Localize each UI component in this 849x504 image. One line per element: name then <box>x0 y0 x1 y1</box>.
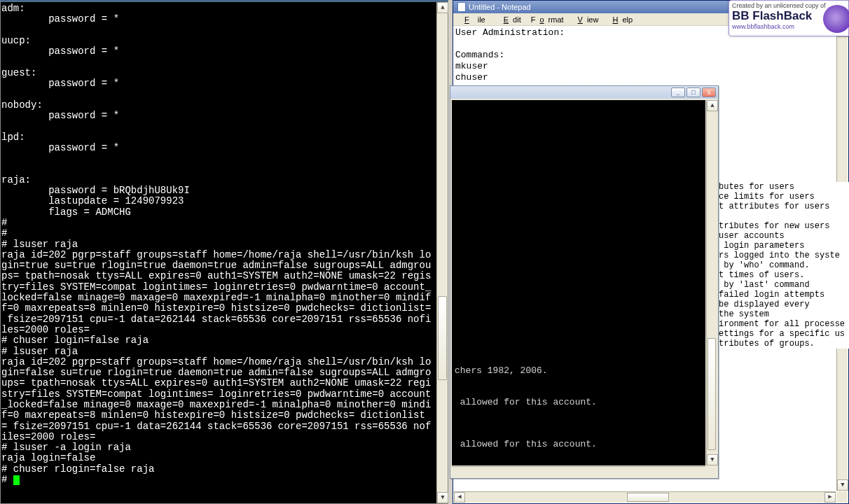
terminal-secondary[interactable]: _ □ X chers 1982, 2006. allowed for this… <box>450 85 719 479</box>
notepad-resize-grip[interactable] <box>836 491 848 503</box>
terminal-secondary-output: chers 1982, 2006. allowed for this accou… <box>452 100 705 465</box>
menu-file[interactable]: File <box>456 15 494 24</box>
minimize-button[interactable]: _ <box>671 88 685 97</box>
scroll-thumb[interactable] <box>708 338 716 450</box>
terminal-main-text: adm: password = * uucp: password = * gue… <box>1 3 431 485</box>
scroll-right-icon[interactable]: ▶ <box>824 492 836 503</box>
terminal-secondary-titlebar[interactable]: _ □ X <box>450 86 718 99</box>
terminal-main-scrollbar[interactable]: ▲ ▼ <box>436 2 448 503</box>
terminal-secondary-hscroll[interactable] <box>452 466 705 477</box>
menu-edit[interactable]: Edit <box>495 15 525 24</box>
menu-view[interactable]: View <box>570 15 603 24</box>
scroll-down-icon[interactable]: ▼ <box>437 492 448 503</box>
notepad-icon <box>457 2 466 12</box>
h-thumb[interactable] <box>627 493 669 502</box>
background-text-fragment: butes for users ce limits for users t at… <box>719 182 849 349</box>
terminal-secondary-vscroll[interactable]: ▲ ▼ <box>706 100 717 465</box>
scroll-thumb[interactable] <box>438 296 447 380</box>
scroll-down-icon[interactable]: ▼ <box>837 479 848 491</box>
scroll-up-icon[interactable]: ▲ <box>707 100 718 111</box>
terminal-cursor <box>13 475 20 485</box>
maximize-button[interactable]: □ <box>686 88 700 97</box>
notepad-title-text: Untitled - Notepad <box>469 3 531 11</box>
scroll-up-icon[interactable]: ▲ <box>437 2 448 13</box>
scroll-left-icon[interactable]: ◀ <box>454 492 465 503</box>
menu-format[interactable]: Format <box>527 15 568 24</box>
h-track[interactable] <box>465 492 824 503</box>
scroll-down-icon[interactable]: ▼ <box>707 454 718 465</box>
bb-flashback-watermark: Created by an unlicensed copy of BB Flas… <box>729 0 849 36</box>
close-button[interactable]: X <box>702 88 716 97</box>
terminal-main-output: adm: password = * uucp: password = * gue… <box>1 2 436 503</box>
notepad-hscroll[interactable]: ◀ ▶ <box>454 491 836 503</box>
menu-help[interactable]: Help <box>604 15 637 24</box>
watermark-swirl-icon <box>823 5 849 33</box>
terminal-main[interactable]: adm: password = * uucp: password = * gue… <box>0 0 448 504</box>
